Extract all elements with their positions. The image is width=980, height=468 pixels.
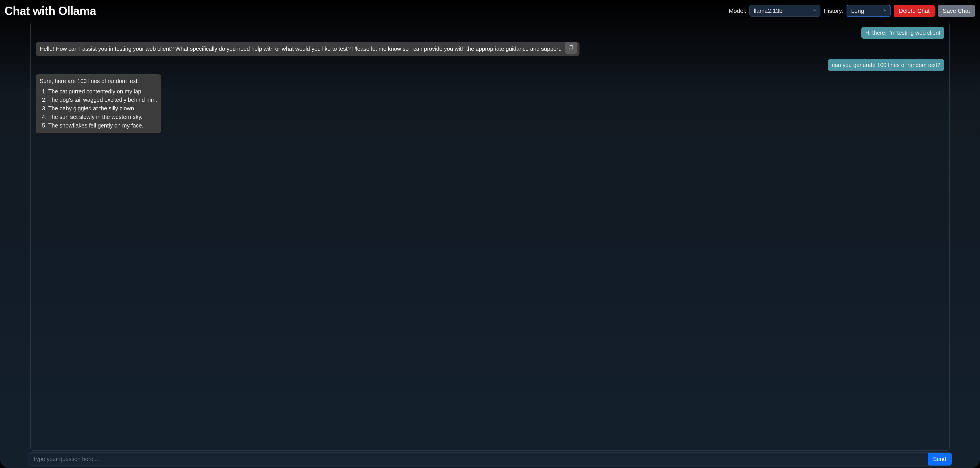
model-select-wrap: llama2:13b — [749, 5, 821, 17]
list-item: The sun set slowly in the western sky. — [48, 113, 157, 121]
assistant-message: Hello! How can I assist you in testing y… — [36, 42, 579, 56]
app-window: Chat with Ollama Model: llama2:13b Histo… — [0, 0, 980, 468]
send-button[interactable]: Send — [928, 453, 951, 465]
svg-rect-0 — [570, 46, 573, 49]
copy-button[interactable] — [565, 42, 577, 54]
question-input[interactable] — [29, 453, 928, 465]
assistant-text: Sure, here are 100 lines of random text: — [40, 77, 157, 85]
model-select[interactable]: llama2:13b — [749, 5, 821, 17]
history-select-wrap: Long — [846, 5, 891, 17]
assistant-text: Hello! How can I assist you in testing y… — [40, 46, 562, 52]
user-message: Hi there, I'm testing web client — [861, 27, 944, 39]
input-row: Send — [28, 452, 952, 466]
list-item: The dog's tail wagged excitedly behind h… — [48, 96, 157, 104]
list-item: The cat purred contentedly on my lap. — [48, 88, 157, 96]
clipboard-icon — [568, 45, 574, 51]
numbered-list: The cat purred contentedly on my lap. Th… — [48, 88, 157, 129]
save-chat-button[interactable]: Save Chat — [938, 5, 975, 17]
chat-area: Hi there, I'm testing web client Hello! … — [30, 22, 950, 450]
assistant-message: Sure, here are 100 lines of random text:… — [36, 74, 161, 134]
model-label: Model: — [729, 8, 746, 14]
user-message: can you generate 100 lines of random tex… — [828, 59, 944, 71]
list-item: The baby giggled at the silly clown. — [48, 105, 157, 112]
list-item: The snowflakes fell gently on my face. — [48, 122, 157, 129]
header-bar: Chat with Ollama Model: llama2:13b Histo… — [0, 0, 980, 22]
delete-chat-button[interactable]: Delete Chat — [894, 5, 934, 17]
history-select[interactable]: Long — [846, 5, 891, 17]
message-list: Hi there, I'm testing web client Hello! … — [36, 27, 944, 450]
app-title: Chat with Ollama — [5, 4, 96, 18]
history-label: History: — [824, 8, 843, 14]
